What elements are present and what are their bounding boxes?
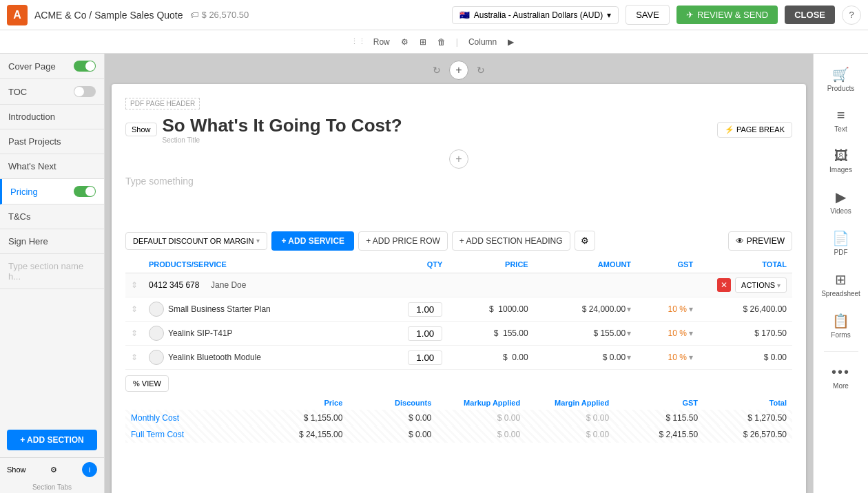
add-column-button[interactable]: + <box>449 61 468 80</box>
row1-gst-chevron[interactable]: ▾ <box>689 304 693 314</box>
drag-handle-3[interactable]: ⇕ <box>131 353 138 362</box>
pricing-settings-button[interactable]: ⚙ <box>575 231 595 251</box>
toc-toggle[interactable] <box>74 86 96 97</box>
sidebar-item-more[interactable]: ••• More <box>817 359 865 395</box>
monthly-cost-label: Monthly Cost <box>131 413 254 423</box>
column-arrow[interactable]: ▶ <box>504 35 517 49</box>
pdf-icon: 📄 <box>832 230 849 246</box>
row-label[interactable]: Row <box>370 35 393 49</box>
monthly-gst: $ 115.50 <box>616 413 698 423</box>
drag-handle-1[interactable]: ⇕ <box>131 304 138 314</box>
sidebar-item-new-section[interactable]: Type section name h... <box>0 254 104 289</box>
fullterm-discounts: $ 0.00 <box>349 430 431 439</box>
row2-total: $ 170.50 <box>754 328 787 338</box>
close-button[interactable]: CLOSE <box>785 6 835 24</box>
section-show-button[interactable]: Show <box>125 123 157 136</box>
refresh-right-icon[interactable]: ↻ <box>474 62 488 78</box>
editor-toolbar: ↻ + ↻ <box>112 61 806 80</box>
actions-button[interactable]: ACTIONS ▾ <box>735 277 787 293</box>
sidebar-item-text[interactable]: ≡ Text <box>817 102 865 138</box>
row-settings-icon[interactable]: ⚙ <box>397 35 412 49</box>
fullterm-gst: $ 2,415.50 <box>616 430 698 439</box>
sidebar-item-images[interactable]: 🖼 Images <box>817 143 865 179</box>
add-section-button[interactable]: + ADD SECTION <box>7 430 97 450</box>
contact-name: Jane Doe <box>211 280 246 290</box>
sidebar-item-pricing[interactable]: Pricing <box>0 179 104 204</box>
sidebar-item-sign-here[interactable]: Sign Here <box>0 229 104 254</box>
page-break-button[interactable]: ⚡ PAGE BREAK <box>717 122 792 138</box>
row3-qty[interactable] <box>408 350 442 365</box>
add-section-heading-button[interactable]: + ADD SECTION HEADING <box>452 231 570 251</box>
discount-chevron: ▾ <box>256 237 260 244</box>
sidebar-item-products[interactable]: 🛒 Products <box>817 61 865 98</box>
review-send-button[interactable]: ✈ REVIEW & SEND <box>676 6 778 24</box>
sidebar-item-spreadsheet[interactable]: ⊞ Spreadsheet <box>817 266 865 303</box>
row3-gst-chevron[interactable]: ▾ <box>689 353 693 362</box>
section-tabs-label: Section Tabs <box>0 481 104 493</box>
drag-handle-contact[interactable]: ⇕ <box>131 280 138 290</box>
row-delete-icon[interactable]: 🗑 <box>434 35 449 49</box>
main-layout: Cover Page TOC Introduction Past Project… <box>0 54 868 493</box>
col-header-amount: AMOUNT <box>534 256 637 273</box>
sidebar-item-cover-page[interactable]: Cover Page <box>0 54 104 79</box>
fullterm-price: $ 24,155.00 <box>260 430 342 439</box>
drag-handle-2[interactable]: ⇕ <box>131 328 138 338</box>
sidebar-item-toc[interactable]: TOC <box>0 79 104 105</box>
monthly-total: $ 1,270.50 <box>705 413 787 423</box>
fullterm-markup: $ 0.00 <box>438 430 520 439</box>
contact-row: ⇕ 0412 345 678 Jane Doe ✕ ACT <box>125 273 792 297</box>
price-tag: 🏷 $ 26,570.50 <box>190 10 249 20</box>
images-icon: 🖼 <box>834 148 848 164</box>
preview-button[interactable]: 👁 PREVIEW <box>728 231 792 251</box>
pricing-toggle[interactable] <box>74 186 96 197</box>
refresh-left-icon[interactable]: ↻ <box>430 62 444 78</box>
add-content-button[interactable]: + <box>449 149 468 169</box>
save-button[interactable]: SAVE <box>626 5 670 25</box>
row3-gst: 10 % <box>668 353 686 362</box>
sidebar-item-tcs[interactable]: T&Cs <box>0 204 104 229</box>
sidebar-item-videos[interactable]: ▶ Videos <box>817 183 865 220</box>
row1-total: $ 26,400.00 <box>743 304 787 314</box>
sidebar-info-button[interactable]: i <box>82 462 97 477</box>
cover-page-toggle[interactable] <box>74 61 96 72</box>
row2-gst-chevron[interactable]: ▾ <box>689 328 693 338</box>
row3-status-icon[interactable] <box>149 350 164 365</box>
sidebar-item-pdf[interactable]: 📄 PDF <box>817 224 865 262</box>
region-selector[interactable]: 🇦🇺 Australia - Australian Dollars (AUD) … <box>452 6 619 24</box>
row1-amount-chevron[interactable]: ▾ <box>627 304 631 314</box>
row3-amount-chevron[interactable]: ▾ <box>627 353 631 362</box>
help-button[interactable]: ? <box>842 6 861 25</box>
table-row: ⇕ Small Business Starter Plan $ 1000.00 <box>125 297 792 322</box>
editor-placeholder[interactable]: Type something <box>125 176 792 217</box>
sidebar-item-forms[interactable]: 📋 Forms <box>817 307 865 344</box>
add-price-row-button[interactable]: + ADD PRICE ROW <box>358 231 448 251</box>
summary-header: Price Discounts Markup Applied Margin Ap… <box>125 396 792 410</box>
actions-chevron: ▾ <box>777 282 781 289</box>
row2-amount-chevron[interactable]: ▾ <box>627 328 631 338</box>
discount-button[interactable]: DEFAULT DISCOUNT OR MARGIN ▾ <box>125 232 267 250</box>
breadcrumb: ACME & Co / Sample Sales Quote <box>34 10 183 21</box>
view-toggle-button[interactable]: % VIEW <box>125 375 169 392</box>
send-icon: ✈ <box>686 10 694 20</box>
sidebar-item-introduction[interactable]: Introduction <box>0 105 104 129</box>
row1-status-icon[interactable] <box>149 302 164 317</box>
row-columns-icon[interactable]: ⊞ <box>416 35 430 49</box>
sidebar-item-whats-next[interactable]: What's Next <box>0 154 104 179</box>
col-header-total: TOTAL <box>699 256 792 273</box>
gear-icon[interactable]: ⚙ <box>50 465 57 474</box>
pdf-header-label: PDF PAGE HEADER <box>125 98 200 109</box>
section-header: Show So What's It Going To Cost? Section… <box>125 115 792 144</box>
row1-qty[interactable] <box>408 302 442 317</box>
summary-fullterm-row: Full Term Cost $ 24,155.00 $ 0.00 $ 0.00… <box>125 426 792 443</box>
row2-qty[interactable] <box>408 326 442 341</box>
sidebar-item-past-projects[interactable]: Past Projects <box>0 129 104 154</box>
monthly-margin: $ 0.00 <box>527 413 609 423</box>
contact-delete-button[interactable]: ✕ <box>717 278 731 292</box>
row1-price: 1000.00 <box>498 304 528 314</box>
toolbar-separator: | <box>456 37 458 47</box>
add-service-button[interactable]: + ADD SERVICE <box>271 231 354 251</box>
monthly-discounts: $ 0.00 <box>349 413 431 423</box>
column-label[interactable]: Column <box>465 35 500 49</box>
sidebar-bottom: Show ⚙ i <box>0 457 104 481</box>
row2-status-icon[interactable] <box>149 326 164 341</box>
